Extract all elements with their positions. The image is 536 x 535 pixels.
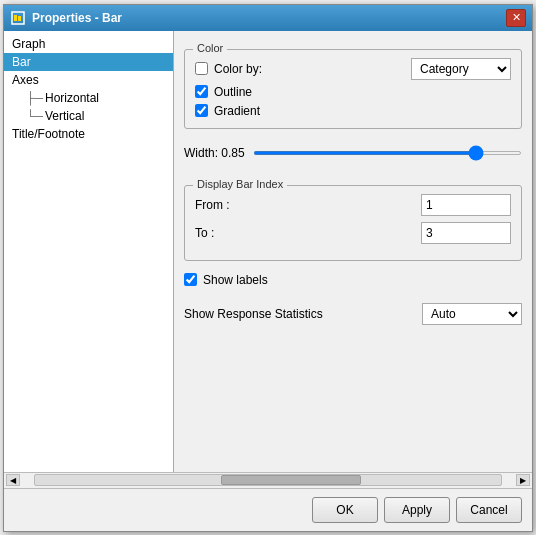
window-icon <box>10 10 26 26</box>
color-by-dropdown[interactable]: Category Value Series <box>411 58 511 80</box>
to-row: To : <box>195 222 511 244</box>
width-label: Width: 0.85 <box>184 146 245 160</box>
show-labels-label: Show labels <box>203 273 268 287</box>
tree-connector-h: ├─ <box>26 91 43 105</box>
outline-checkbox[interactable] <box>195 85 208 98</box>
tree-item-axes[interactable]: Axes <box>4 71 173 89</box>
outline-row: Outline <box>195 85 511 99</box>
outline-label: Outline <box>214 85 252 99</box>
from-row: From : <box>195 194 511 216</box>
response-stats-row: Show Response Statistics Auto On Off <box>184 303 522 325</box>
title-bar: Properties - Bar ✕ <box>4 5 532 31</box>
display-bar-title: Display Bar Index <box>193 178 287 190</box>
bottom-scrollbar: ◀ ▶ <box>4 472 532 488</box>
gradient-checkbox[interactable] <box>195 104 208 117</box>
right-panel: Color Color by: Category Value Series Ou… <box>174 31 532 472</box>
tree-label-horizontal: Horizontal <box>45 91 99 105</box>
close-button[interactable]: ✕ <box>506 9 526 27</box>
display-bar-group: Display Bar Index From : To : <box>184 185 522 261</box>
tree-label-axes: Axes <box>12 73 39 87</box>
tree-item-vertical[interactable]: └─Vertical <box>4 107 173 125</box>
tree-connector-v: └─ <box>26 109 43 123</box>
svg-rect-1 <box>14 15 17 21</box>
bottom-buttons: OK Apply Cancel <box>4 488 532 531</box>
color-group: Color Color by: Category Value Series Ou… <box>184 49 522 129</box>
gradient-row: Gradient <box>195 104 511 118</box>
tree-label-title-footnote: Title/Footnote <box>12 127 85 141</box>
cancel-button[interactable]: Cancel <box>456 497 522 523</box>
response-stats-label: Show Response Statistics <box>184 307 323 321</box>
title-bar-left: Properties - Bar <box>10 10 122 26</box>
color-by-row: Color by: Category Value Series <box>195 58 511 80</box>
tree-item-title-footnote[interactable]: Title/Footnote <box>4 125 173 143</box>
response-stats-dropdown[interactable]: Auto On Off <box>422 303 522 325</box>
tree-item-bar[interactable]: Bar <box>4 53 173 71</box>
width-row: Width: 0.85 <box>184 137 522 169</box>
main-content: Graph Bar Axes ├─Horizontal └─Vertical T… <box>4 31 532 472</box>
gradient-label: Gradient <box>214 104 260 118</box>
tree-item-graph[interactable]: Graph <box>4 35 173 53</box>
scroll-left-button[interactable]: ◀ <box>6 474 20 486</box>
to-label: To : <box>195 226 245 240</box>
tree-label-vertical: Vertical <box>45 109 84 123</box>
tree-label-graph: Graph <box>12 37 45 51</box>
ok-button[interactable]: OK <box>312 497 378 523</box>
color-group-title: Color <box>193 42 227 54</box>
to-input[interactable] <box>421 222 511 244</box>
apply-button[interactable]: Apply <box>384 497 450 523</box>
tree-label-bar: Bar <box>12 55 31 69</box>
show-labels-row: Show labels <box>184 273 522 287</box>
scroll-right-button[interactable]: ▶ <box>516 474 530 486</box>
show-labels-checkbox[interactable] <box>184 273 197 286</box>
from-input[interactable] <box>421 194 511 216</box>
color-by-checkbox[interactable] <box>195 62 208 75</box>
width-slider[interactable] <box>253 151 522 155</box>
tree-item-horizontal[interactable]: ├─Horizontal <box>4 89 173 107</box>
main-window: Properties - Bar ✕ Graph Bar Axes ├─Hori… <box>3 4 533 532</box>
from-label: From : <box>195 198 245 212</box>
width-slider-container <box>253 143 522 163</box>
color-by-label: Color by: <box>214 62 262 76</box>
svg-rect-2 <box>18 16 21 21</box>
scrollbar-track <box>34 474 502 486</box>
window-title: Properties - Bar <box>32 11 122 25</box>
scrollbar-thumb[interactable] <box>221 475 361 485</box>
tree-panel: Graph Bar Axes ├─Horizontal └─Vertical T… <box>4 31 174 472</box>
